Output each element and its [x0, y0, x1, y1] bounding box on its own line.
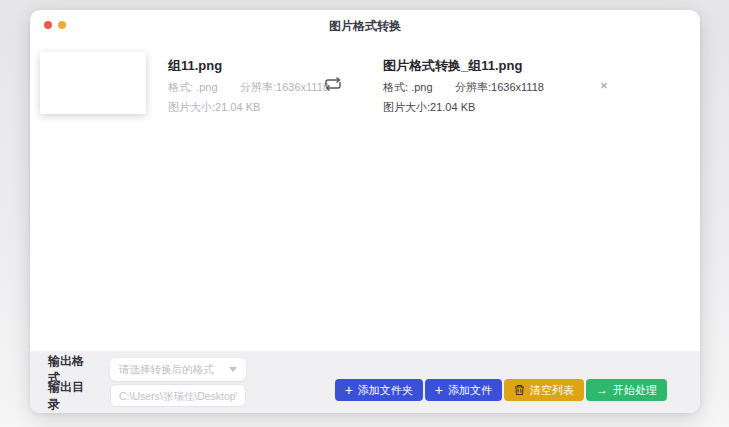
action-buttons: + 添加文件夹 + 添加文件 清空列表 → 开始处理: [335, 379, 667, 401]
clear-list-button[interactable]: 清空列表: [504, 379, 584, 401]
add-folder-label: 添加文件夹: [358, 383, 413, 398]
image-thumbnail: [40, 52, 146, 114]
plus-icon: +: [435, 383, 443, 397]
convert-repeat-icon: [323, 76, 343, 92]
arrow-right-icon: →: [596, 384, 608, 396]
bottom-panel: 输出格式 请选择转换后的格式 输出目录 + 添加文件夹 + 添加文件: [30, 351, 700, 413]
app-window: 图片格式转换 组11.png 格式: .png分辨率:1636x1118 图片大…: [30, 10, 700, 413]
add-file-button[interactable]: + 添加文件: [425, 379, 502, 401]
start-process-button[interactable]: → 开始处理: [586, 379, 667, 401]
start-process-label: 开始处理: [613, 383, 657, 398]
title-bar: 图片格式转换: [30, 10, 700, 40]
add-file-label: 添加文件: [448, 383, 492, 398]
file-list-item: 组11.png 格式: .png分辨率:1636x1118 图片大小:21.04…: [30, 40, 700, 126]
window-title: 图片格式转换: [30, 18, 700, 35]
target-resolution: 分辨率:1636x1118: [455, 81, 544, 93]
chevron-down-icon: [229, 367, 237, 372]
remove-file-icon[interactable]: ×: [596, 78, 612, 94]
output-format-select[interactable]: 请选择转换后的格式: [110, 358, 246, 381]
source-resolution: 分辨率:1636x1118: [240, 81, 329, 93]
plus-icon: +: [345, 383, 353, 397]
add-folder-button[interactable]: + 添加文件夹: [335, 379, 423, 401]
source-size: 图片大小:21.04 KB: [168, 101, 260, 113]
target-size: 图片大小:21.04 KB: [383, 101, 475, 113]
output-dir-label: 输出目录: [48, 379, 92, 413]
target-file-info: 图片格式转换_组11.png 格式: .png分辨率:1636x1118 图片大…: [383, 57, 613, 115]
output-dir-row: 输出目录: [48, 384, 246, 407]
output-format-placeholder: 请选择转换后的格式: [119, 363, 214, 377]
target-format: 格式: .png: [383, 80, 455, 95]
output-dir-input[interactable]: [110, 384, 246, 407]
source-file-info: 组11.png 格式: .png分辨率:1636x1118 图片大小:21.04…: [168, 57, 328, 115]
target-filename: 图片格式转换_组11.png: [383, 57, 613, 75]
clear-list-label: 清空列表: [530, 383, 574, 398]
trash-icon: [514, 384, 525, 396]
source-filename: 组11.png: [168, 57, 328, 75]
source-format: 格式: .png: [168, 80, 240, 95]
